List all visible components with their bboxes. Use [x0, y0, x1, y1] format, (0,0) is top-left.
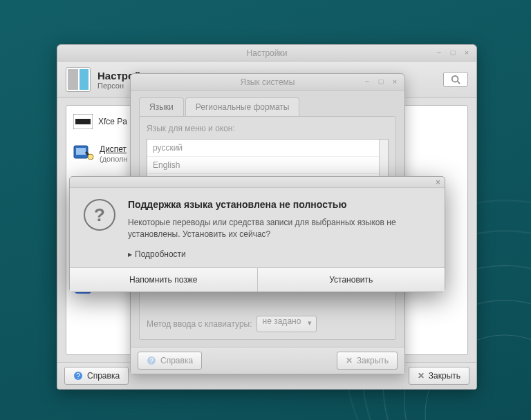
- dialog-heading: Поддержка языка установлена не полностью: [128, 199, 431, 210]
- close-icon: ✕: [346, 356, 353, 365]
- close-button[interactable]: ×: [389, 76, 400, 87]
- remind-later-button[interactable]: Напомнить позже: [70, 268, 258, 292]
- help-icon: ?: [73, 371, 83, 381]
- search-icon: [451, 75, 460, 84]
- language-list-item[interactable]: русский: [147, 140, 388, 157]
- minimize-button[interactable]: −: [434, 47, 445, 58]
- dialog-titlebar[interactable]: ×: [70, 177, 445, 188]
- language-title: Язык системы: [241, 77, 295, 87]
- language-tabs: Языки Региональные форматы: [131, 90, 404, 116]
- close-icon: ✕: [418, 371, 425, 381]
- help-button[interactable]: ? Справка: [138, 352, 202, 370]
- help-icon: ?: [147, 356, 156, 365]
- settings-titlebar[interactable]: Настройки − □ ×: [57, 45, 476, 61]
- help-button[interactable]: ? Справка: [64, 367, 129, 385]
- dialog-close-button[interactable]: ×: [436, 178, 440, 187]
- details-disclosure[interactable]: ▸ Подробности: [128, 249, 431, 259]
- dialog-button-row: Напомнить позже Установить: [70, 267, 445, 292]
- tab-languages[interactable]: Языки: [139, 97, 184, 116]
- close-button[interactable]: ×: [461, 47, 472, 58]
- search-input[interactable]: [443, 72, 468, 87]
- language-titlebar[interactable]: Язык системы − □ ×: [131, 74, 404, 90]
- button-label: Закрыть: [429, 371, 460, 381]
- button-label: Справка: [87, 371, 120, 381]
- scrollbar[interactable]: [379, 140, 388, 178]
- category-label: Диспет: [100, 144, 127, 154]
- maximize-button[interactable]: □: [375, 76, 386, 87]
- keyboard-method-label: Метод ввода с клавиатуры:: [147, 319, 252, 329]
- button-label: Справка: [160, 356, 193, 365]
- category-label: Xfce Pa: [98, 117, 127, 126]
- install-button[interactable]: Установить: [258, 268, 445, 292]
- svg-point-6: [88, 154, 93, 160]
- details-label: Подробности: [135, 249, 186, 259]
- tab-regional-formats[interactable]: Региональные форматы: [185, 97, 300, 116]
- minimize-button[interactable]: −: [362, 76, 373, 87]
- keyboard-method-combo[interactable]: не задано: [257, 316, 317, 332]
- language-list[interactable]: русский English: [147, 139, 389, 179]
- svg-rect-3: [75, 119, 91, 124]
- question-icon: ?: [84, 199, 115, 231]
- keyboard-method-row: Метод ввода с клавиатуры: не задано: [147, 316, 389, 332]
- close-language-button[interactable]: ✕ Закрыть: [337, 352, 398, 370]
- language-list-item[interactable]: English: [147, 157, 388, 174]
- language-support-dialog: × ? Поддержка языка установлена не полно…: [69, 176, 445, 292]
- display-settings-icon: [73, 145, 94, 163]
- button-label: Закрыть: [357, 356, 389, 365]
- settings-app-icon: [66, 67, 91, 92]
- svg-rect-5: [76, 148, 86, 155]
- dialog-message: Некоторые переводы или средства записи д…: [128, 217, 431, 241]
- panel-icon: [73, 114, 93, 129]
- svg-line-1: [458, 82, 460, 84]
- dialog-body: ? Поддержка языка установлена не полност…: [70, 188, 445, 267]
- chevron-right-icon: ▸: [128, 249, 132, 259]
- svg-text:?: ?: [149, 357, 153, 365]
- svg-point-0: [452, 76, 458, 82]
- close-settings-button[interactable]: ✕ Закрыть: [409, 367, 469, 385]
- menu-language-label: Язык для меню и окон:: [147, 124, 389, 133]
- category-sublabel: (дополн: [100, 155, 128, 163]
- settings-title: Настройки: [247, 48, 288, 58]
- maximize-button[interactable]: □: [447, 47, 458, 58]
- svg-text:?: ?: [76, 372, 80, 380]
- language-footer: ? Справка ✕ Закрыть: [131, 347, 404, 374]
